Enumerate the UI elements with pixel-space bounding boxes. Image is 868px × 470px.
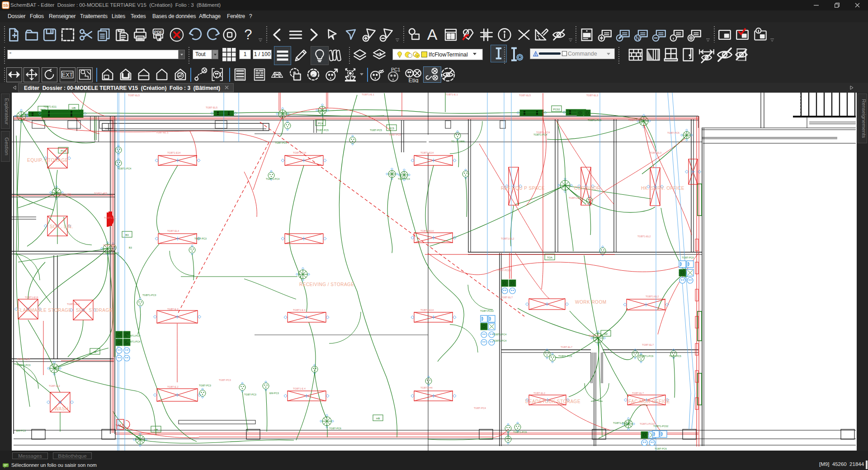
svg-text:TGBT-PC3: TGBT-PC3 <box>244 393 256 396</box>
svg-text:PC3: PC3 <box>40 108 46 111</box>
svg-text:TGBT-PC3: TGBT-PC3 <box>199 384 211 387</box>
svg-text:N: N <box>636 35 640 42</box>
svg-text:TGBT1-E14: TGBT1-E14 <box>293 151 306 154</box>
svg-text:TGBT1-PC3: TGBT1-PC3 <box>17 364 30 367</box>
svg-text:HK. SUPV. OFFICE: HK. SUPV. OFFICE <box>641 186 684 191</box>
svg-text:TGBT-PC3: TGBT-PC3 <box>194 237 207 240</box>
svg-text:B3: B3 <box>129 246 132 249</box>
svg-text:HB: HB <box>72 107 75 109</box>
svg-text:TGBT1-PC6: TGBT1-PC6 <box>513 431 527 433</box>
svg-text:PC02: PC02 <box>553 108 560 111</box>
svg-text:TGBT-PC5: TGBT-PC5 <box>370 129 382 132</box>
svg-text:TGBT-EL4: TGBT-EL4 <box>167 230 179 232</box>
svg-text:TGBT-PC3: TGBT-PC3 <box>103 244 115 247</box>
svg-text:TGBT1-EL2: TGBT1-EL2 <box>646 295 659 298</box>
svg-text:TGBT1-E14: TGBT1-E14 <box>420 309 434 311</box>
svg-text:TGBT1-PC5: TGBT1-PC5 <box>588 119 601 122</box>
svg-text:TGBT1-PC4: TGBT1-PC4 <box>127 334 140 337</box>
svg-text:TGBT1-PC6: TGBT1-PC6 <box>558 355 572 357</box>
svg-text:B3: B3 <box>125 234 129 236</box>
svg-text:TGBT1-H4: TGBT1-H4 <box>420 386 433 389</box>
svg-text:TGBT-PC5: TGBT-PC5 <box>389 133 401 136</box>
svg-text:TGBT-E.3: TGBT-E.3 <box>167 308 178 310</box>
svg-text:TGBT-EL5: TGBT-EL5 <box>519 94 531 97</box>
svg-text:WORK ROOM: WORK ROOM <box>575 300 607 305</box>
svg-text:TGBT-PC02: TGBT-PC02 <box>497 269 511 272</box>
svg-text:DEADSTOCK STORAGE: DEADSTOCK STORAGE <box>525 399 580 404</box>
svg-text:?: ? <box>244 27 252 42</box>
svg-text:TGBT1-PC4: TGBT1-PC4 <box>127 340 140 343</box>
svg-text:SEC. STORAGE: SEC. STORAGE <box>76 308 113 313</box>
svg-text:EM-PC3: EM-PC3 <box>16 429 26 432</box>
svg-text:TGBT-PC5: TGBT-PC5 <box>667 132 679 134</box>
svg-text:TD:-1LOBBL: TD:-1LOBBL <box>451 140 465 143</box>
svg-text:TGBT1-EL2: TGBT1-EL2 <box>637 235 651 238</box>
svg-text:SOIL. LIN.: SOIL. LIN. <box>50 224 73 229</box>
svg-text:TGBT-PC5: TGBT-PC5 <box>669 355 681 357</box>
svg-text:TGBT-EL7: TGBT-EL7 <box>632 392 644 395</box>
svg-text:HB: HB <box>376 417 380 420</box>
svg-text:TGBT1-PC3: TGBT1-PC3 <box>142 294 156 296</box>
svg-text:PC4: PC4 <box>318 122 323 125</box>
svg-text:TGBT1-PC3: TGBT1-PC3 <box>105 252 118 254</box>
svg-text:FAC MGR OFFICE: FAC MGR OFFICE <box>628 399 670 404</box>
svg-text:TGBT1-E.4: TGBT1-E.4 <box>293 309 306 311</box>
svg-text:Etiq: Etiq <box>409 77 419 83</box>
svg-text:TGBT-PC4: TGBT-PC4 <box>474 407 486 409</box>
svg-text:TGBT-E.2: TGBT-E.2 <box>49 385 60 387</box>
svg-text:TGBT1-PC6: TGBT1-PC6 <box>640 355 653 357</box>
svg-text:TGBT-EL5: TGBT-EL5 <box>206 106 217 109</box>
svg-text:TGBT-PC5: TGBT-PC5 <box>628 119 641 122</box>
svg-text:TGBT1-EL.: TGBT1-EL. <box>104 216 117 219</box>
svg-text:TGBT-E.2: TGBT-E.2 <box>167 385 178 388</box>
svg-text:TGBT-PC4: TGBT-PC4 <box>275 141 287 144</box>
svg-text:TGBT-EL.1: TGBT-EL.1 <box>156 131 169 134</box>
svg-text:Sb: Sb <box>3 3 9 8</box>
svg-text:WASH: WASH <box>54 406 69 411</box>
svg-text:TGBT-PC6: TGBT-PC6 <box>655 447 667 450</box>
svg-text:TGBT1-PC02: TGBT1-PC02 <box>653 425 668 428</box>
svg-text:TGBT-EL7: TGBT-EL7 <box>561 346 572 348</box>
svg-text:TGBT-EL2: TGBT-EL2 <box>533 392 545 395</box>
svg-text:TGBT1-E.1: TGBT1-E.1 <box>445 93 458 96</box>
svg-text:TGBT1-E14: TGBT1-E14 <box>420 151 434 154</box>
svg-text:TGBT1-E.1: TGBT1-E.1 <box>362 93 374 96</box>
svg-text:TOA: TOA <box>547 256 552 259</box>
svg-text:AU: AU <box>118 423 123 428</box>
svg-text:TGBT1-PC4: TGBT1-PC4 <box>493 339 506 342</box>
svg-text:TGBT1-E11: TGBT1-E11 <box>43 105 57 108</box>
svg-text:TGBT1-E14: TGBT1-E14 <box>167 151 180 154</box>
svg-text:TGBT-EL7: TGBT-EL7 <box>642 343 654 346</box>
svg-text:TGBT-EL7: TGBT-EL7 <box>501 296 513 299</box>
svg-text:TGBT1-EL7: TGBT1-EL7 <box>569 197 582 199</box>
svg-text:TGBT1-4E5: TGBT1-4E5 <box>58 193 71 196</box>
svg-text:TGBT-PC6: TGBT-PC6 <box>329 427 341 430</box>
svg-text:TGBT1-4E5: TGBT1-4E5 <box>94 192 107 195</box>
svg-text:TGBT-EL3: TGBT-EL3 <box>650 151 661 154</box>
svg-text:TGBT1-PC02: TGBT1-PC02 <box>640 423 655 425</box>
svg-text:PC1: PC1 <box>391 67 401 72</box>
svg-text:HZ: HZ <box>604 333 608 335</box>
svg-text:TGBT-EL5: TGBT-EL5 <box>128 94 140 97</box>
svg-text:TGBT1-E14: TGBT1-E14 <box>420 230 434 232</box>
svg-text:TGBT1-PC4: TGBT1-PC4 <box>266 178 279 180</box>
svg-text:TGBT1-PC6: TGBT1-PC6 <box>613 422 627 424</box>
svg-text:TGBT1-E13: TGBT1-E13 <box>25 296 38 299</box>
svg-text:TGBT-PC02: TGBT-PC02 <box>480 310 494 312</box>
svg-text:REF EQU P SPACE: REF EQU P SPACE <box>501 186 545 191</box>
svg-text:TGBT1-PC4: TGBT1-PC4 <box>493 333 506 336</box>
svg-text:TGBT1-EL3: TGBT1-EL3 <box>17 358 30 361</box>
svg-text:EQUIP. STORAGE: EQUIP. STORAGE <box>27 158 68 163</box>
svg-text:TGBT-PC4: TGBT-PC4 <box>398 178 410 180</box>
svg-text:TGBT1-EL2: TGBT1-EL2 <box>501 237 514 240</box>
svg-text:FLAMMABLE STORAGE: FLAMMABLE STORAGE <box>17 308 72 313</box>
svg-text:TGBT-EL7: TGBT-EL7 <box>589 334 600 337</box>
svg-text:CORRIDOR: CORRIDOR <box>574 186 600 191</box>
svg-text:EM-PC3: EM-PC3 <box>269 392 279 395</box>
svg-text:PDF: PDF <box>154 30 163 34</box>
svg-text:TGBT1-PC4: TGBT1-PC4 <box>533 133 547 136</box>
svg-text:TGBT1-E.4: TGBT1-E.4 <box>293 387 306 390</box>
svg-text:TGBT-PC6: TGBT-PC6 <box>682 256 694 259</box>
svg-text:EXT: EXT <box>62 72 73 78</box>
svg-text:TGBT-PC5: TGBT-PC5 <box>316 129 329 132</box>
